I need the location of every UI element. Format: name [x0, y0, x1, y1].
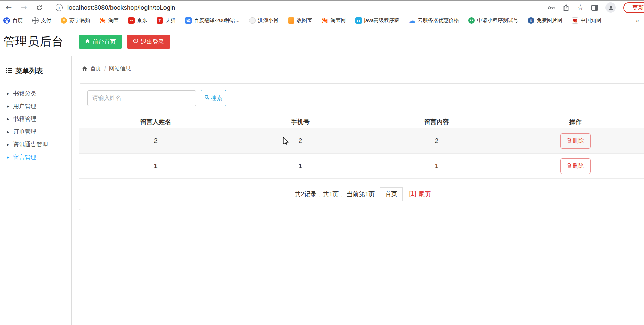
browser-toolbar: ← → i localhost:8080/bookshop/login/toLo…	[0, 1, 644, 14]
delete-button[interactable]: 删除	[560, 158, 591, 174]
caret-right-icon: ▶	[7, 156, 9, 159]
breadcrumb-separator: /	[104, 66, 106, 72]
bookmark-honghu[interactable]: 洪湖小肖	[249, 17, 279, 24]
search-row: 搜索	[79, 84, 644, 106]
cell-content: 1	[368, 162, 505, 170]
power-icon	[133, 38, 138, 45]
refresh-icon[interactable]	[36, 4, 43, 11]
pagination-last-button[interactable]: 尾页	[419, 190, 431, 198]
tmall-favicon-icon: T	[157, 17, 163, 24]
bookmark-zhifu[interactable]: 支付	[32, 17, 51, 24]
pagination: 共2记录，共1页， 当前第1页 首页 [1] 尾页	[79, 179, 644, 209]
bookmark-taobaowang[interactable]: 淘 淘宝网	[322, 17, 346, 24]
sidebar-item-news-management[interactable]: ▶ 资讯通告管理	[0, 138, 71, 151]
trash-icon	[567, 163, 571, 169]
cell-name: 1	[79, 162, 232, 170]
cloud-favicon-icon: ☁	[409, 17, 415, 24]
breadcrumb-home[interactable]: 首页	[90, 65, 101, 72]
breadcrumb: 首页 / 网站信息	[82, 65, 131, 72]
bookmark-suning[interactable]: 苏宁易购	[61, 17, 90, 24]
menu-list: ▶ 书籍分类 ▶ 用户管理 ▶ 书籍管理 ▶ 订单管理 ▶ 资讯通告管理 ▶ 留…	[0, 87, 71, 164]
password-key-icon[interactable]	[548, 6, 555, 10]
bookmark-freepic[interactable]: t 免费图片网	[528, 17, 562, 24]
globe-favicon-icon	[32, 17, 39, 24]
messages-table: 留言人姓名 手机号 留言内容 操作 2 2 2 删除	[79, 115, 644, 209]
suning-favicon-icon	[61, 17, 67, 24]
caret-right-icon: ▶	[7, 117, 9, 121]
sidebar-item-book-management[interactable]: ▶ 书籍管理	[0, 113, 71, 125]
search-icon	[204, 95, 210, 102]
cell-phone: 2	[232, 137, 368, 145]
honghu-favicon-icon	[249, 17, 256, 24]
jd-favicon-icon: JD	[128, 17, 135, 24]
search-button[interactable]: 搜索	[201, 90, 226, 106]
side-panel-icon[interactable]	[591, 5, 598, 11]
gaitubao-favicon-icon	[288, 17, 294, 24]
cnki-favicon-icon: 知	[572, 17, 578, 24]
chrome-update-button[interactable]: 更新	[623, 2, 644, 13]
bookmark-wechat-test[interactable]: 申请小程序测试号	[468, 17, 518, 24]
pagination-first-button[interactable]: 首页	[380, 187, 403, 201]
admin-header: 管理员后台 前台首页 退出登录	[0, 27, 644, 56]
page-title: 管理员后台	[3, 34, 64, 50]
main-content: 首页 / 网站信息 搜索 留言人姓名 手机号 留言内容 操作 2 2	[72, 56, 644, 325]
sidebar-item-book-category[interactable]: ▶ 书籍分类	[0, 87, 71, 100]
col-header-name: 留言人姓名	[79, 118, 232, 126]
menu-divider	[0, 82, 71, 82]
bookmarks-overflow-chevron-icon[interactable]: »	[636, 17, 639, 24]
bookmark-star-icon[interactable]: ☆	[577, 4, 584, 11]
delete-button[interactable]: 删除	[560, 133, 591, 149]
bookmark-baidu-fanyi[interactable]: 译 百度翻译-200种语...	[185, 17, 240, 24]
bookmark-cnki[interactable]: 知 中国知网	[572, 17, 601, 24]
menu-heading: 菜单列表	[6, 66, 71, 76]
table-header-row: 留言人姓名 手机号 留言内容 操作	[79, 115, 644, 128]
back-icon[interactable]: ←	[6, 4, 12, 11]
table-row: 1 1 1 删除	[79, 154, 644, 179]
caret-right-icon: ▶	[7, 105, 9, 108]
sidebar-item-user-management[interactable]: ▶ 用户管理	[0, 100, 71, 113]
fanyi-favicon-icon: 译	[185, 17, 192, 24]
pagination-current-page[interactable]: [1]	[409, 190, 416, 198]
bookmark-tmall[interactable]: T 天猫	[157, 17, 176, 24]
sidebar: 菜单列表 ▶ 书籍分类 ▶ 用户管理 ▶ 书籍管理 ▶ 订单管理 ▶ 资讯通告管…	[0, 56, 72, 325]
bookmark-jd[interactable]: JD 京东	[128, 17, 147, 24]
sidebar-item-message-management[interactable]: ▶ 留言管理	[0, 151, 71, 164]
address-bar[interactable]: localhost:8080/bookshop/login/toLogin	[67, 4, 175, 11]
profile-avatar-icon[interactable]	[605, 2, 616, 13]
bookmark-taobao[interactable]: 淘 淘宝	[99, 17, 119, 24]
pagination-summary: 共2记录，共1页， 当前第1页	[294, 190, 375, 198]
baidu-favicon-icon	[3, 17, 10, 24]
bookmark-cloud-server[interactable]: ☁ 云服务器优惠价格	[409, 17, 459, 24]
cell-phone: 1	[232, 162, 368, 170]
breadcrumb-current: 网站信息	[109, 65, 131, 72]
col-header-action: 操作	[505, 118, 644, 126]
bookmark-java[interactable]: java高级程序猿	[355, 17, 400, 24]
taobao-favicon-icon: 淘	[99, 17, 106, 24]
cell-content: 2	[368, 137, 505, 145]
site-info-icon[interactable]: i	[56, 4, 63, 11]
forward-icon[interactable]: →	[21, 4, 27, 11]
share-icon[interactable]	[563, 4, 569, 11]
caret-right-icon: ▶	[7, 130, 9, 134]
col-header-phone: 手机号	[232, 118, 368, 126]
bookmark-baidu[interactable]: 百度	[3, 17, 23, 24]
taobaowang-favicon-icon: 淘	[322, 17, 328, 24]
bookmarks-bar: 百度 支付 苏宁易购 淘 淘宝 JD 京东 T 天猫 译 百度翻译-200种语.…	[0, 14, 644, 27]
content-card: 搜索 留言人姓名 手机号 留言内容 操作 2 2 2 删除	[79, 83, 644, 210]
col-header-content: 留言内容	[368, 118, 505, 126]
java-favicon-icon	[355, 17, 362, 24]
home-icon	[85, 38, 90, 45]
cell-name: 2	[79, 137, 232, 145]
front-home-button[interactable]: 前台首页	[79, 35, 122, 49]
bookmark-gaitubao[interactable]: 改图宝	[288, 17, 312, 24]
search-input[interactable]	[87, 90, 196, 106]
caret-right-icon: ▶	[7, 143, 9, 146]
logout-button[interactable]: 退出登录	[127, 35, 170, 49]
mouse-cursor	[283, 137, 289, 147]
home-icon	[82, 66, 87, 72]
wechat-favicon-icon	[468, 17, 475, 24]
table-row: 2 2 2 删除	[79, 128, 644, 154]
caret-right-icon: ▶	[7, 92, 9, 95]
panel-top-divider	[79, 74, 644, 74]
sidebar-item-order-management[interactable]: ▶ 订单管理	[0, 125, 71, 138]
